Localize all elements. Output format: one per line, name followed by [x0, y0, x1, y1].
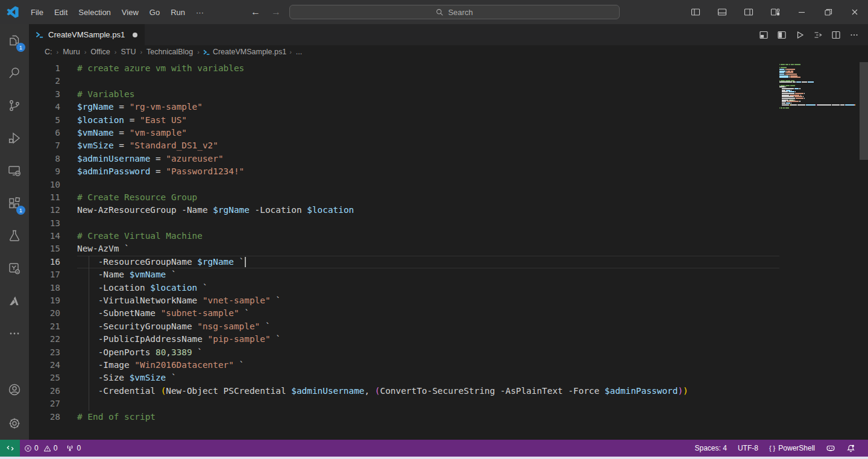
breadcrumb-muru[interactable]: Muru — [61, 48, 81, 56]
ports-indicator[interactable]: 0 — [61, 440, 85, 457]
line-number[interactable]: 2 — [29, 75, 60, 87]
menu-selection[interactable]: Selection — [73, 0, 116, 24]
breadcrumb-stu[interactable]: STU — [119, 48, 137, 56]
dock-editor-icon[interactable] — [756, 27, 772, 43]
code-line[interactable]: -Image "Win2016Datacenter" ` — [77, 359, 779, 372]
problems-indicator[interactable]: 0 0 — [20, 440, 61, 457]
line-number[interactable]: 15 — [29, 242, 60, 255]
editor[interactable]: 1234567891011121314151617181920212223242… — [29, 59, 868, 440]
language-indicator[interactable]: { } PowerShell — [764, 440, 820, 457]
code-line[interactable]: -SecurityGroupName "nsg-sample" ` — [77, 320, 779, 333]
customize-layout-icon[interactable] — [762, 0, 788, 24]
code-line[interactable]: -Name $vmName ` — [77, 268, 779, 281]
code-line[interactable] — [77, 217, 779, 230]
toggle-panel-icon[interactable] — [709, 0, 735, 24]
line-number[interactable]: 6 — [29, 127, 60, 139]
code-line[interactable]: # Create Resource Group — [77, 191, 779, 204]
line-number[interactable]: 1 — [29, 62, 60, 75]
code-line[interactable]: $vmSize = "Standard_DS1_v2" — [77, 139, 779, 152]
code-line[interactable] — [77, 75, 779, 87]
line-number[interactable]: 5 — [29, 114, 60, 127]
code-line[interactable]: $rgName = "rg-vm-sample" — [77, 101, 779, 113]
minimize-button[interactable] — [788, 0, 815, 24]
line-number[interactable]: 4 — [29, 101, 60, 113]
line-number[interactable]: 17 — [29, 268, 60, 281]
line-number[interactable]: 26 — [29, 385, 60, 397]
line-number[interactable]: 27 — [29, 397, 60, 410]
code-line[interactable]: -PublicIpAddressName "pip-sample" ` — [77, 333, 779, 346]
code-line[interactable]: -Size $vmSize ` — [77, 372, 779, 384]
close-button[interactable] — [841, 0, 868, 24]
accounts-icon[interactable] — [0, 375, 29, 407]
azure-icon[interactable] — [0, 285, 29, 317]
line-number[interactable]: 14 — [29, 230, 60, 242]
line-number[interactable]: 12 — [29, 204, 60, 217]
explorer-icon[interactable]: 1 — [0, 24, 29, 57]
minimap[interactable] — [779, 64, 860, 109]
remote-explorer-icon[interactable] — [0, 154, 29, 187]
line-number[interactable]: 11 — [29, 191, 60, 204]
code-line[interactable]: New-AzResourceGroup -Name $rgName -Locat… — [77, 204, 779, 217]
indentation-indicator[interactable]: Spaces: 4 — [690, 440, 732, 457]
line-number[interactable]: 22 — [29, 333, 60, 346]
code-line[interactable] — [77, 179, 779, 191]
code-line[interactable]: -VirtualNetworkName "vnet-sample" ` — [77, 294, 779, 307]
code-line[interactable]: $adminPassword = "Password1234!" — [77, 165, 779, 178]
line-number[interactable]: 23 — [29, 346, 60, 359]
line-number[interactable]: 8 — [29, 153, 60, 165]
testing-icon[interactable] — [0, 220, 29, 252]
back-arrow-icon[interactable]: ← — [248, 7, 263, 17]
line-number[interactable]: 13 — [29, 217, 60, 230]
restore-button[interactable] — [815, 0, 841, 24]
split-editor-icon[interactable] — [828, 27, 844, 43]
line-number[interactable]: 7 — [29, 139, 60, 152]
code-line[interactable]: $vmName = "vm-sample" — [77, 127, 779, 139]
editor-scrollbar[interactable] — [860, 59, 868, 440]
code-line[interactable]: -ResourceGroupName $rgName ` — [77, 256, 779, 268]
menu-go[interactable]: Go — [144, 0, 165, 24]
code-content[interactable]: # create azure vm with variables# Variab… — [77, 62, 779, 440]
line-number[interactable]: 3 — [29, 88, 60, 101]
menu-file[interactable]: File — [25, 0, 49, 24]
line-number[interactable]: 25 — [29, 372, 60, 384]
copilot-indicator[interactable] — [820, 440, 841, 457]
code-line[interactable]: -Location $location ` — [77, 282, 779, 294]
cloud-extension-icon[interactable] — [0, 252, 29, 285]
more-views-icon[interactable] — [0, 317, 29, 350]
search-view-icon[interactable] — [0, 57, 29, 89]
toggle-secondary-sidebar-icon[interactable] — [735, 0, 762, 24]
code-line[interactable]: # create azure vm with variables — [77, 62, 779, 75]
notifications-bell[interactable] — [841, 440, 861, 457]
breadcrumb-symbol-tail[interactable]: ... — [295, 48, 303, 56]
settings-gear-icon[interactable] — [0, 407, 29, 440]
code-line[interactable]: New-AzVm ` — [77, 242, 779, 255]
forward-arrow-icon[interactable]: → — [269, 7, 283, 17]
more-actions-icon[interactable] — [846, 27, 862, 43]
tab-createvmsample[interactable]: CreateVMSample.ps1 — [29, 24, 145, 45]
code-line[interactable]: -Credential (New-Object PSCredential $ad… — [77, 385, 779, 397]
source-control-icon[interactable] — [0, 89, 29, 122]
toggle-sidebar-icon[interactable] — [682, 0, 709, 24]
menu-more-icon[interactable]: ··· — [190, 0, 209, 24]
breadcrumb-file[interactable]: CreateVMSample.ps1 — [203, 48, 286, 56]
run-debug-icon[interactable] — [0, 122, 29, 154]
line-number[interactable]: 24 — [29, 359, 60, 372]
breadcrumb-office[interactable]: Office — [89, 48, 111, 56]
menu-edit[interactable]: Edit — [49, 0, 73, 24]
line-number[interactable]: 19 — [29, 294, 60, 307]
toggle-sidebar-filled-icon[interactable] — [774, 27, 790, 43]
code-line[interactable]: # Variables — [77, 88, 779, 101]
code-line[interactable] — [77, 397, 779, 410]
remote-indicator[interactable] — [0, 440, 20, 457]
code-line[interactable]: # End of script — [77, 411, 779, 423]
line-number[interactable]: 20 — [29, 307, 60, 320]
breadcrumb-technicalblog[interactable]: TechnicalBlog — [145, 48, 194, 56]
breadcrumb-drive[interactable]: C: — [43, 48, 54, 56]
run-button[interactable] — [792, 27, 808, 43]
extensions-icon[interactable]: 1 — [0, 187, 29, 220]
line-number[interactable]: 9 — [29, 165, 60, 178]
line-number[interactable]: 28 — [29, 411, 60, 423]
line-number[interactable]: 18 — [29, 282, 60, 294]
line-number[interactable]: 16 — [29, 256, 60, 268]
search-box[interactable]: Search — [289, 5, 620, 19]
